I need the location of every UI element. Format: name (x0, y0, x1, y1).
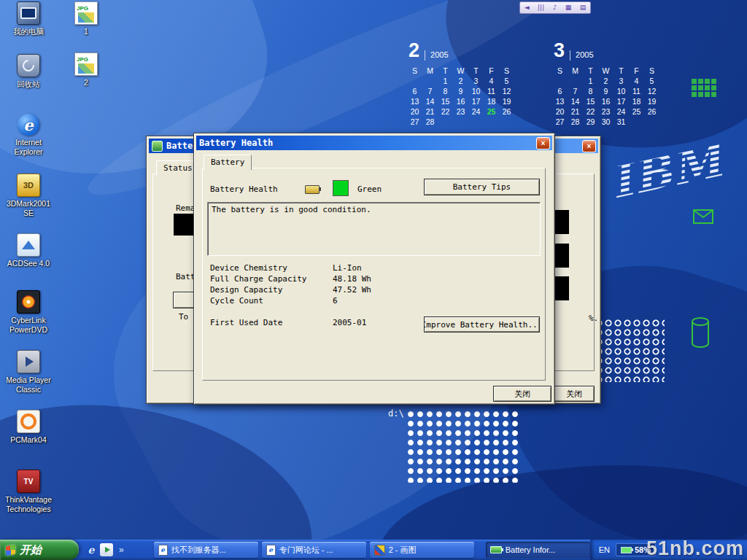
calendar-day-header: S (499, 66, 514, 76)
chevron-expand-icon[interactable]: » (117, 545, 125, 555)
field-label: Full Charge Capacity (210, 274, 333, 285)
calendar-date: 15 (583, 96, 598, 106)
calendar-date (438, 117, 453, 127)
desktop-icon-ie[interactable]: Internet Explorer (3, 114, 54, 156)
desktop-screen: IBM d:\ 22005SMTWTFS12345678910111213141… (0, 0, 747, 560)
desktop-file-jpg[interactable]: 1 (66, 1, 107, 36)
battery-icon (490, 546, 502, 553)
calendar-date: 29 (583, 117, 598, 127)
close-icon[interactable]: × (536, 137, 550, 149)
calendar-date: 27 (552, 117, 568, 127)
drive-label: d:\ (388, 408, 404, 419)
condition-textbox[interactable]: The battery is in good condition. (207, 202, 541, 256)
equalizer-icon[interactable]: ||| (538, 4, 544, 11)
ibm-logo: IBM (605, 133, 728, 209)
field-value: Li-Ion (333, 263, 362, 274)
health-status-text: Green (357, 184, 382, 194)
calendar-year: 2005 (570, 50, 593, 61)
battery-gauge-segment (555, 276, 569, 300)
desktop-icon-pcmark[interactable]: PCMark04 (3, 410, 54, 445)
calendar-date: 25 (629, 106, 644, 117)
calendar-date (453, 117, 468, 127)
desktop-icon-thinkvantage[interactable]: ThinkVantage Technologies (3, 470, 54, 513)
desktop-icon-label: PCMark04 (10, 435, 47, 445)
language-indicator[interactable]: EN (599, 545, 610, 554)
calendar-date: 31 (614, 117, 629, 127)
wallpaper-dot-grid (406, 410, 519, 483)
desktop-icon-mycomputer[interactable]: 我的电脑 (3, 1, 54, 36)
calendar-date: 20 (552, 106, 568, 117)
page-icon (158, 545, 168, 556)
close-icon[interactable]: × (582, 140, 596, 152)
calendar-day-header: F (629, 66, 644, 76)
desktop-icon-label: CyberLink PowerDVD (3, 316, 54, 334)
improve-battery-health-button[interactable]: Improve Battery Health... (424, 316, 540, 332)
calendar-date: 16 (598, 96, 614, 106)
start-button[interactable]: 开始 (0, 540, 79, 560)
calendar-date: 5 (499, 76, 514, 86)
mini-toolbar[interactable]: ◄|||♪▦▤ (519, 1, 591, 14)
calendar-date: 14 (568, 96, 583, 106)
calendar-date: 21 (568, 106, 583, 117)
desktop-icon-powerdvd[interactable]: CyberLink PowerDVD (3, 290, 54, 334)
battery-health-dialog[interactable]: Battery Health × Battery Battery Health … (193, 133, 555, 405)
keypad-grid-icon (692, 79, 697, 84)
condition-text: The battery is in good condition. (208, 203, 540, 217)
wallpaper-calendar: 22005SMTWTFS1234567891011121314151617181… (407, 41, 518, 127)
taskbar-task-3[interactable]: 2 - 画图 (370, 542, 474, 558)
field-label: Device Chemistry (210, 263, 333, 274)
acdsee-icon (17, 233, 40, 257)
mark3d-icon (17, 174, 40, 197)
dialog-close-button[interactable]: 关闭 (493, 386, 551, 402)
calendar-date: 19 (499, 96, 514, 106)
battery-icon (305, 185, 320, 194)
window-title: Batte (166, 141, 193, 151)
desktop-icon-mpc[interactable]: Media Player Classic (3, 350, 54, 394)
clipboard-icon[interactable]: ▤ (580, 4, 587, 11)
health-status-swatch (333, 180, 349, 196)
desktop-icon-acdsee[interactable]: ACDSee 4.0 (3, 233, 54, 268)
media-icon[interactable] (100, 543, 113, 556)
taskbar-task-1[interactable]: 找不到服务器... (154, 542, 258, 558)
battery-fields: Device ChemistryLi-IonFull Charge Capaci… (210, 263, 539, 307)
pcmark-icon (17, 410, 40, 433)
calendar-date (629, 117, 644, 127)
field-label: First Used Date (210, 318, 333, 329)
calendar-date: 1 (583, 76, 598, 86)
file-icon-label: 1 (84, 27, 88, 36)
calendar-date: 6 (552, 86, 568, 96)
calendar-date: 12 (644, 86, 659, 96)
calendar-day-header: T (468, 66, 484, 76)
taskbar-task-4[interactable]: Battery Infor... (486, 542, 590, 558)
desktop-icon-label: Internet Explorer (3, 138, 54, 156)
desktop-icon-label: Media Player Classic (3, 376, 54, 394)
calendar-date: 25 (484, 106, 499, 117)
battery-field-row: Cycle Count6 (210, 296, 539, 307)
window-close-button[interactable]: 关闭 (554, 386, 595, 402)
quick-launch: e (79, 543, 117, 556)
internet-explorer-icon[interactable]: e (85, 543, 98, 556)
note-icon[interactable]: ♪ (553, 4, 557, 11)
calendar-date: 9 (453, 86, 468, 96)
calendar-day-header: W (598, 66, 614, 76)
desktop-file-jpg[interactable]: 2 (66, 52, 107, 88)
calendar-date: 10 (468, 86, 484, 96)
volume-icon[interactable]: ◄ (525, 4, 530, 11)
calendar-date: 26 (499, 106, 514, 117)
ie-icon (18, 114, 39, 136)
field-value: 2005-01 (333, 318, 366, 329)
calendar-date (644, 117, 659, 127)
taskbar-task-2[interactable]: 专门网论坛 - ... (262, 542, 366, 558)
calendar-date (468, 117, 484, 127)
grid-icon[interactable]: ▦ (565, 4, 572, 11)
calendar-date: 21 (422, 106, 438, 117)
tab-battery[interactable]: Battery (204, 155, 252, 170)
battery-tips-button[interactable]: Battery Tips (424, 179, 540, 195)
envelope-icon (693, 209, 713, 224)
desktop-icon-mark3d[interactable]: 3DMark2001 SE (3, 174, 54, 217)
desktop-icon-recycle[interactable]: 回收站 (3, 54, 54, 89)
paint-icon (374, 545, 385, 556)
dialog-titlebar[interactable]: Battery Health × (196, 136, 552, 150)
file-icon-label: 2 (84, 78, 88, 88)
battery-field-row: Full Charge Capacity48.18 Wh (210, 274, 539, 285)
